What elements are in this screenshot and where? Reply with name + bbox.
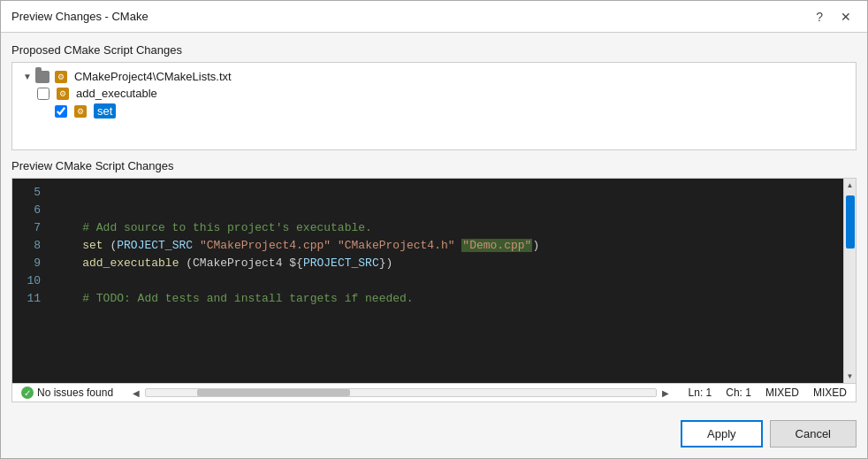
- tree-panel: ▼ ⚙ CMakeProject4\CMakeLists.txt ⚙ add_e…: [11, 62, 857, 150]
- encoding-status: MIXED: [813, 386, 847, 399]
- cmake-icon-root: ⚙: [55, 71, 67, 83]
- help-button[interactable]: ?: [811, 8, 828, 26]
- dialog: Preview Changes - CMake ? ✕ Proposed CMa…: [0, 0, 868, 459]
- status-ok-icon: ✓: [21, 386, 34, 399]
- scroll-right-arrow[interactable]: ▶: [660, 388, 671, 398]
- code-content: # Add source to this project's executabl…: [48, 179, 843, 383]
- status-ok-area: ✓ No issues found: [21, 386, 113, 399]
- folder-icon: [35, 71, 49, 83]
- h-scroll-thumb: [197, 389, 350, 396]
- add-executable-checkbox[interactable]: [37, 88, 49, 100]
- tree-arrow-icon: ▼: [23, 72, 32, 81]
- scroll-up-arrow[interactable]: ▲: [844, 179, 856, 192]
- tree-item-root-label: CMakeProject4\CMakeLists.txt: [74, 70, 232, 83]
- tree-item-root[interactable]: ▼ ⚙ CMakeProject4\CMakeLists.txt: [19, 68, 849, 85]
- tree-item-set-label: set: [94, 103, 116, 119]
- cmake-icon-set: ⚙: [74, 105, 87, 118]
- code-area: 5 6 7 8 9 10 11 # Add source to this pro…: [12, 179, 856, 383]
- tree-item-add-executable-label: add_executable: [76, 87, 157, 100]
- vertical-scrollbar[interactable]: ▲ ▼: [843, 179, 856, 383]
- cmake-icon-add-exe: ⚙: [57, 88, 69, 100]
- button-row: Apply Cancel: [1, 413, 867, 458]
- scroll-down-arrow[interactable]: ▼: [844, 370, 856, 383]
- eol-status: MIXED: [765, 386, 799, 399]
- cancel-button[interactable]: Cancel: [770, 420, 857, 448]
- h-scroll-area[interactable]: ◀ ▶: [131, 388, 671, 398]
- tree-section: Proposed CMake Script Changes ▼ ⚙ CMakeP…: [11, 43, 857, 150]
- h-scroll-track[interactable]: [145, 388, 657, 397]
- code-container: 5 6 7 8 9 10 11 # Add source to this pro…: [11, 178, 857, 402]
- dialog-body: Proposed CMake Script Changes ▼ ⚙ CMakeP…: [1, 33, 867, 413]
- dialog-title: Preview Changes - CMake: [11, 10, 148, 23]
- scroll-left-arrow[interactable]: ◀: [131, 388, 141, 398]
- apply-button[interactable]: Apply: [681, 420, 763, 448]
- tree-section-label: Proposed CMake Script Changes: [11, 43, 857, 57]
- tree-item-set[interactable]: ⚙ set: [19, 102, 849, 120]
- ch-status: Ch: 1: [726, 386, 751, 399]
- status-bar: ✓ No issues found ◀ ▶ Ln: 1 Ch: 1 MIXED: [12, 383, 856, 402]
- set-checkbox[interactable]: [55, 105, 67, 118]
- line-numbers: 5 6 7 8 9 10 11: [12, 179, 48, 383]
- ln-status: Ln: 1: [689, 386, 712, 399]
- preview-section-label: Preview CMake Script Changes: [11, 159, 857, 172]
- tree-item-add-executable[interactable]: ⚙ add_executable: [19, 85, 849, 102]
- scroll-thumb[interactable]: [846, 195, 855, 249]
- status-info: Ln: 1 Ch: 1 MIXED MIXED: [689, 386, 847, 399]
- preview-section: Preview CMake Script Changes 5 6 7 8 9 1…: [11, 159, 857, 402]
- title-bar: Preview Changes - CMake ? ✕: [1, 1, 867, 33]
- close-button[interactable]: ✕: [835, 8, 857, 26]
- no-issues-text: No issues found: [37, 386, 113, 399]
